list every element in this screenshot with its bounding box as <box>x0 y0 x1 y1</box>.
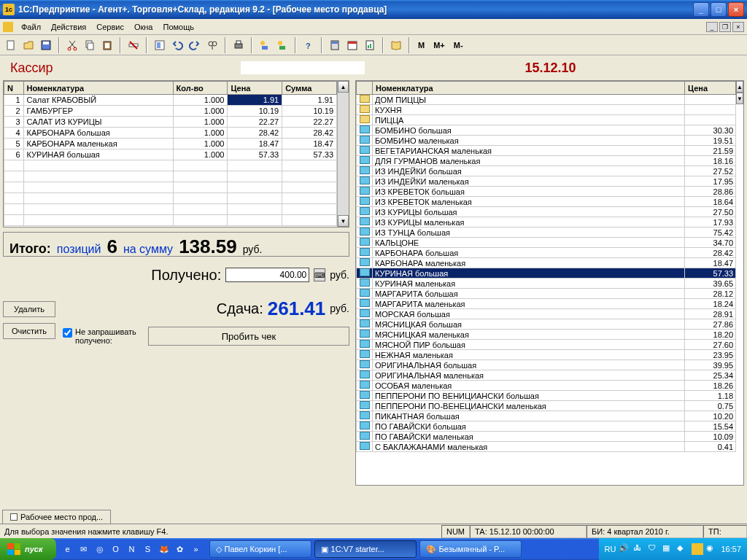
maximize-button[interactable]: □ <box>711 2 727 17</box>
tray-app3-icon[interactable]: ◉ <box>706 543 718 555</box>
mminus-button[interactable]: М- <box>450 39 467 51</box>
ql-more-icon[interactable]: » <box>189 541 204 557</box>
list-item[interactable]: МАРГАРИТА маленькая18.24 <box>357 299 736 309</box>
menu-service[interactable]: Сервис <box>92 21 128 33</box>
undo-icon[interactable] <box>169 37 185 53</box>
tray-net-icon[interactable]: 🖧 <box>633 543 645 555</box>
table-row-empty[interactable] <box>4 160 337 171</box>
list-item[interactable]: ИЗ КРЕВЕТОК маленькая18.64 <box>357 197 736 207</box>
scroll-down-icon[interactable]: ▼ <box>338 215 349 227</box>
cashier-name-field[interactable] <box>241 61 365 74</box>
tray-clock[interactable]: 16:57 <box>721 545 741 553</box>
mdi-close[interactable]: × <box>732 22 744 32</box>
col-name[interactable]: Номенклатура <box>23 82 173 95</box>
col-qty[interactable]: Кол-во <box>173 82 228 95</box>
mdi-restore[interactable]: ❐ <box>719 22 731 32</box>
ql-icq-icon[interactable]: ✿ <box>173 541 187 557</box>
open-icon[interactable] <box>20 37 36 53</box>
receipt-table[interactable]: N Номенклатура Кол-во Цена Сумма 1Салат … <box>3 80 349 228</box>
ql-opera-icon[interactable]: O <box>109 541 123 557</box>
table-row[interactable]: 3САЛАТ ИЗ КУРИЦЫ1.00022.2722.27 <box>4 117 337 128</box>
col-n[interactable]: N <box>4 82 24 95</box>
list-item[interactable]: ПЕППЕРОНИ ПО-ВЕНЕЦИАНСКИ маленькая0.75 <box>357 401 736 411</box>
list-item[interactable]: ПО ГАВАЙСКИ маленькая10.09 <box>357 432 736 442</box>
calculator-icon[interactable]: ⌨ <box>314 268 325 281</box>
received-input[interactable] <box>225 268 309 282</box>
system-tray[interactable]: RU 🔊 🖧 🛡 ▦ ◆ ◉ 16:57 <box>599 538 747 560</box>
col-catalog-price[interactable]: Цена <box>685 82 736 95</box>
list-item[interactable]: НЕЖНАЯ маленькая23.95 <box>357 350 736 360</box>
delete-line-icon[interactable] <box>125 37 142 53</box>
tray-sound-icon[interactable]: 🔊 <box>619 543 630 555</box>
catalog-table[interactable]: Номенклатура Цена ДОМ ПИЦЦЫКУХНЯПИЦЦАБОМ… <box>355 80 744 486</box>
mdi-minimize[interactable]: _ <box>706 22 718 32</box>
calendar-icon[interactable] <box>344 37 360 53</box>
list-item[interactable]: ОРИГИНАЛЬНАЯ большая39.95 <box>357 360 736 370</box>
list-item[interactable]: БОМБИНО большая30.30 <box>357 125 736 136</box>
redo-icon[interactable] <box>187 37 203 53</box>
list-item[interactable]: МОРСКАЯ большая28.91 <box>357 309 736 319</box>
paste-icon[interactable] <box>99 37 115 53</box>
tray-shield-icon[interactable]: 🛡 <box>648 543 659 555</box>
menu-help[interactable]: Помощь <box>158 21 198 33</box>
list-item[interactable]: МАРГАРИТА большая28.12 <box>357 289 736 299</box>
col-price[interactable]: Цена <box>228 82 282 95</box>
list-item[interactable]: ОСОБАЯ маленькая18.26 <box>357 381 736 391</box>
list-item[interactable]: ПО ГАВАЙСКИ большая15.54 <box>357 421 736 432</box>
menu-file[interactable]: Файл <box>17 21 45 33</box>
tray-app2-icon[interactable]: ◆ <box>677 543 689 555</box>
table-row[interactable]: 2ГАМБУРГЕР1.00010.1910.19 <box>4 106 337 117</box>
list-item[interactable]: ИЗ ТУНЦА большая75.42 <box>357 228 736 238</box>
table-row-empty[interactable] <box>4 215 337 226</box>
menu-actions[interactable]: Действия <box>47 21 90 33</box>
list-item[interactable]: КАРБОНАРА большая28.42 <box>357 248 736 258</box>
table-row[interactable]: 6КУРИНАЯ большая1.00057.3357.33 <box>4 149 337 160</box>
list-item[interactable]: КУХНЯ <box>357 105 736 115</box>
copy-icon[interactable] <box>82 37 98 53</box>
table-row-empty[interactable] <box>4 182 337 193</box>
minimize-button[interactable]: _ <box>693 2 709 17</box>
ql-mail-icon[interactable]: ✉ <box>77 541 91 557</box>
list-item[interactable]: ИЗ КУРИЦЫ большая27.50 <box>357 207 736 217</box>
calc-icon[interactable] <box>327 37 343 53</box>
col-sum[interactable]: Сумма <box>282 82 337 95</box>
catalog-scrollbar[interactable]: ▲ ▼ <box>736 81 743 485</box>
ql-skype-icon[interactable]: S <box>141 541 155 557</box>
scroll-up-icon[interactable]: ▲ <box>736 81 743 93</box>
table-row-empty[interactable] <box>4 204 337 215</box>
close-button[interactable]: × <box>728 2 744 17</box>
receipt-scrollbar[interactable]: ▲ ▼ <box>337 81 349 227</box>
task-qip[interactable]: ◇ Павел Коркин [... <box>209 540 311 558</box>
start-button[interactable]: пуск <box>0 538 56 560</box>
task-1c[interactable]: ▣ 1C:V7 starter... <box>314 540 417 558</box>
delete-button[interactable]: Удалить <box>3 301 55 317</box>
list-item[interactable]: КУРИНАЯ большая57.33 <box>357 268 736 279</box>
list-item[interactable]: ПЕППЕРОНИ ПО ВЕНИЦИАНСКИ большая1.18 <box>357 391 736 401</box>
list-item[interactable]: ВЕГЕТАРИАНСКАЯ маленькая21.59 <box>357 146 736 156</box>
new-icon[interactable] <box>3 37 19 53</box>
tray-app1-icon[interactable]: ▦ <box>662 543 674 555</box>
hist1-icon[interactable] <box>257 37 273 53</box>
help-icon[interactable]: ? <box>301 37 317 53</box>
table-row[interactable]: 1Салат КРАБОВЫЙ1.0001.911.91 <box>4 95 337 106</box>
menu-windows[interactable]: Окна <box>130 21 158 33</box>
list-item[interactable]: МЯСНИЦКАЯ маленькая18.20 <box>357 330 736 340</box>
tray-1c-icon[interactable] <box>692 543 703 555</box>
scroll-up-icon[interactable]: ▲ <box>338 81 349 93</box>
list-item[interactable]: КУРИНАЯ маленькая39.65 <box>357 279 736 289</box>
task-paint[interactable]: 🎨 Безымянный - P... <box>419 540 522 558</box>
noask-check-input[interactable] <box>63 328 72 338</box>
report-icon[interactable] <box>362 37 378 53</box>
find-icon[interactable] <box>204 37 220 53</box>
hist2-icon[interactable] <box>274 37 290 53</box>
list-item[interactable]: БОМБИНО маленькая19.51 <box>357 136 736 146</box>
list-item[interactable]: ИЗ КУРИЦЫ маленькая17.93 <box>357 217 736 228</box>
ql-notes-icon[interactable]: N <box>125 541 139 557</box>
list-item[interactable]: С БАКЛАЖАНАМИ маленькая0.41 <box>357 442 736 452</box>
list-item[interactable]: ДЛЯ ГУРМАНОВ маленькая18.16 <box>357 156 736 166</box>
mplus-button[interactable]: М+ <box>430 39 449 51</box>
props-icon[interactable] <box>152 37 168 53</box>
list-item[interactable]: МЯСНОЙ ПИР большая27.60 <box>357 340 736 350</box>
list-item[interactable]: ИЗ ИНДЕЙКИ маленькая17.95 <box>357 176 736 187</box>
print-icon[interactable] <box>231 37 247 53</box>
